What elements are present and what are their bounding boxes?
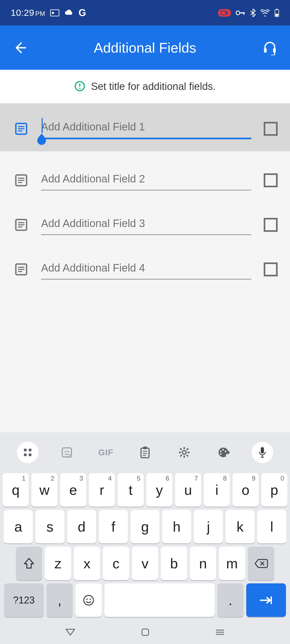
wifi-icon: [260, 9, 270, 16]
key-y[interactable]: 6y: [146, 473, 172, 507]
svg-rect-12: [79, 83, 80, 87]
key-comma[interactable]: ,: [46, 583, 73, 617]
svg-point-42: [182, 451, 186, 454]
status-bar: 10:29PM G: [0, 0, 290, 25]
keyboard-row-4: ?123 , .: [3, 583, 287, 617]
svg-rect-7: [276, 9, 278, 10]
svg-rect-37: [141, 448, 149, 458]
mic-icon[interactable]: [252, 442, 273, 463]
nav-home-button[interactable]: [141, 628, 150, 638]
svg-rect-9: [264, 48, 267, 53]
field-row: [0, 103, 290, 151]
key-j[interactable]: j: [194, 510, 223, 543]
svg-point-52: [222, 449, 224, 451]
key-m[interactable]: m: [219, 547, 245, 580]
settings-icon[interactable]: [173, 442, 195, 463]
svg-rect-31: [29, 449, 31, 451]
screencast-icon: [50, 9, 59, 16]
key-e[interactable]: 3e: [60, 473, 86, 507]
cloud-icon: [64, 9, 74, 16]
app-bar: Additional Fields: [0, 25, 290, 70]
field-checkbox-4[interactable]: [263, 262, 278, 277]
system-nav-bar: [0, 621, 290, 644]
status-time-ampm: PM: [35, 10, 45, 17]
keyboard-row-3: z x c v b n m: [3, 547, 287, 580]
notes-icon: [13, 217, 29, 233]
status-time: 10:29PM: [11, 8, 45, 18]
key-backspace[interactable]: [248, 547, 274, 580]
keyboard-toolbar: GIF: [0, 438, 290, 467]
keyboard-row-2: a s d f g h j k l: [3, 510, 287, 543]
additional-field-input-4[interactable]: [41, 259, 251, 280]
key-o[interactable]: 9o: [233, 473, 259, 507]
clipboard-icon[interactable]: [134, 442, 156, 463]
field-checkbox-3[interactable]: [263, 218, 278, 232]
palette-icon[interactable]: [212, 442, 234, 463]
field-row: [0, 240, 290, 285]
key-next[interactable]: [246, 583, 286, 617]
svg-rect-38: [143, 447, 147, 449]
svg-point-54: [220, 453, 222, 455]
key-space[interactable]: [104, 583, 215, 617]
key-shift[interactable]: [16, 547, 42, 580]
nav-recents-button[interactable]: [215, 628, 225, 637]
keyboard-row-1: 1q 2w 3e 4r 5t 6y 7u 8i 9o 0p: [3, 473, 287, 507]
key-u[interactable]: 7u: [175, 473, 201, 507]
key-a[interactable]: a: [4, 510, 33, 543]
key-p[interactable]: 0p: [261, 473, 287, 507]
key-z[interactable]: z: [45, 547, 71, 580]
support-headset-button[interactable]: [260, 38, 279, 57]
key-d[interactable]: d: [67, 510, 96, 543]
google-icon: G: [79, 7, 86, 19]
key-v[interactable]: v: [132, 547, 158, 580]
svg-rect-2: [221, 11, 226, 15]
field-checkbox-1[interactable]: [263, 122, 278, 136]
additional-field-input-3[interactable]: [41, 215, 251, 235]
key-symbols[interactable]: ?123: [4, 583, 44, 617]
text-cursor-handle[interactable]: [37, 134, 46, 147]
key-b[interactable]: b: [161, 547, 187, 580]
key-c[interactable]: c: [103, 547, 129, 580]
key-l[interactable]: l: [257, 510, 286, 543]
nav-back-button[interactable]: [65, 628, 76, 637]
key-r[interactable]: 4r: [89, 473, 115, 507]
additional-field-input-1[interactable]: [41, 118, 251, 139]
svg-rect-5: [243, 12, 244, 15]
back-button[interactable]: [11, 38, 30, 57]
svg-line-49: [180, 455, 182, 456]
battery-icon: [274, 9, 279, 17]
key-s[interactable]: s: [35, 510, 64, 543]
svg-point-35: [65, 451, 66, 452]
key-w[interactable]: 2w: [31, 473, 57, 507]
key-n[interactable]: n: [190, 547, 216, 580]
key-x[interactable]: x: [74, 547, 100, 580]
svg-line-48: [187, 455, 188, 456]
svg-point-3: [236, 11, 240, 15]
key-h[interactable]: h: [162, 510, 191, 543]
page-title: Additional Fields: [30, 40, 260, 56]
soft-keyboard: GIF 1q 2w 3e 4r 5t 6y 7u 8: [0, 432, 290, 644]
key-emoji[interactable]: [75, 583, 102, 617]
key-q[interactable]: 1q: [3, 473, 29, 507]
notes-icon: [13, 262, 29, 277]
vpn-key-icon: [236, 10, 245, 16]
gif-button[interactable]: GIF: [95, 442, 117, 463]
svg-point-1: [52, 12, 54, 14]
apps-icon[interactable]: [17, 442, 38, 463]
sticker-icon[interactable]: [56, 442, 78, 463]
svg-rect-32: [24, 453, 27, 456]
key-f[interactable]: f: [99, 510, 128, 543]
svg-rect-55: [261, 447, 264, 453]
key-k[interactable]: k: [226, 510, 255, 543]
additional-field-input-2[interactable]: [41, 170, 251, 191]
svg-point-61: [86, 598, 88, 600]
status-time-value: 10:29: [11, 8, 34, 18]
key-i[interactable]: 8i: [204, 473, 230, 507]
content-background: [0, 285, 290, 432]
key-t[interactable]: 5t: [118, 473, 144, 507]
bluetooth-icon: [250, 9, 256, 17]
key-period[interactable]: .: [217, 583, 244, 617]
key-g[interactable]: g: [130, 510, 160, 543]
field-checkbox-2[interactable]: [263, 173, 278, 188]
svg-rect-10: [273, 48, 276, 53]
